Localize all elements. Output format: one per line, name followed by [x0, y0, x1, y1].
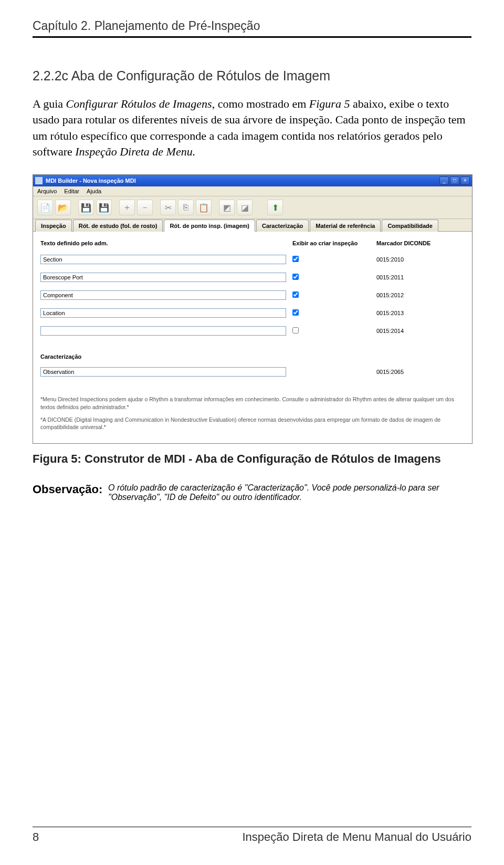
column-headers: Texto definido pelo adm. Exibir ao criar…	[40, 240, 465, 246]
diconde-4: 0015:2013	[376, 310, 465, 316]
tab-rot-ponto-insp[interactable]: Rót. de ponto insp. (imagem)	[164, 220, 255, 232]
footnote-1: *Menu Directed Inspections podem ajudar …	[40, 395, 465, 410]
col-header-text: Texto definido pelo adm.	[40, 240, 292, 246]
diconde-2: 0015:2011	[376, 274, 465, 280]
show-checkbox-4[interactable]	[292, 309, 299, 316]
col-header-diconde: Marcador DICONDE	[376, 240, 465, 246]
label-input-5[interactable]	[40, 326, 286, 336]
window-titlebar: MDI Builder - Nova inspeção MDI _ □ ×	[33, 175, 472, 186]
tab-inspecao[interactable]: Inspeção	[35, 220, 72, 232]
app-icon	[35, 177, 43, 184]
tool-icon-2[interactable]: ◪	[237, 200, 253, 215]
minimize-button[interactable]: _	[439, 176, 449, 185]
page-footer: 8 Inspeção Direta de Menu Manual do Usuá…	[33, 827, 471, 844]
tab-compatibilidade[interactable]: Compatibilidade	[382, 220, 438, 232]
label-row: 0015:2014	[40, 326, 465, 336]
close-button[interactable]: ×	[460, 176, 470, 185]
observation-label: Observação:	[33, 483, 102, 496]
observation-block: Observação: O rótulo padrão de caracteri…	[33, 482, 471, 502]
figure-caption: Figura 5: Construtor de MDI - Aba de Con…	[33, 452, 471, 466]
save-icon[interactable]: 💾	[78, 200, 94, 215]
intro-paragraph: A guia Configurar Rótulos de Imagens, co…	[33, 96, 471, 160]
observation-body: O rótulo padrão de caracterização é "Car…	[108, 483, 471, 502]
plus-icon[interactable]: ＋	[119, 200, 135, 215]
tab-material-referencia[interactable]: Material de referência	[310, 220, 381, 232]
menu-file[interactable]: Arquivo	[37, 188, 57, 194]
app-window: MDI Builder - Nova inspeção MDI _ □ × Ar…	[33, 174, 472, 444]
tool-icon-1[interactable]: ◩	[219, 200, 235, 215]
diconde-3: 0015:2012	[376, 292, 465, 298]
label-row: 0015:2013	[40, 308, 465, 318]
label-row: 0015:2012	[40, 290, 465, 300]
show-checkbox-1[interactable]	[292, 256, 299, 262]
section-heading: 2.2.2c Aba de Configuração de Rótulos de…	[33, 68, 471, 84]
toolbar: 📄 📂 💾 💾 ＋ － ✂ ⎘ 📋 ◩ ◪ ⬆	[33, 196, 472, 219]
diconde-1: 0015:2010	[376, 256, 465, 263]
para-italic-1: Configurar Rótulos de Imagens	[66, 97, 212, 110]
col-header-show: Exibir ao criar inspeção	[292, 240, 376, 246]
label-row: 0015:2011	[40, 273, 465, 282]
tab-caracterizacao[interactable]: Caracterização	[256, 220, 309, 232]
minus-icon[interactable]: －	[137, 200, 153, 215]
menu-edit[interactable]: Editar	[64, 188, 79, 194]
tab-panel: Texto definido pelo adm. Exibir ao criar…	[33, 232, 472, 443]
label-input-4[interactable]	[40, 308, 286, 318]
export-icon[interactable]: ⬆	[267, 200, 283, 215]
characterization-row: 0015:2065	[40, 367, 465, 377]
show-checkbox-5[interactable]	[292, 327, 299, 334]
characterization-heading: Caracterização	[40, 353, 465, 360]
para-italic-3: Inspeção Direta de Menu.	[75, 145, 195, 158]
window-controls: _ □ ×	[439, 176, 470, 185]
page-number: 8	[33, 830, 39, 844]
open-icon[interactable]: 📂	[55, 200, 71, 215]
label-input-1[interactable]	[40, 255, 286, 264]
chapter-rule	[33, 36, 471, 38]
cut-icon[interactable]: ✂	[160, 200, 176, 215]
para-italic-2: Figura 5	[309, 97, 350, 110]
label-input-2[interactable]	[40, 273, 286, 282]
maximize-button[interactable]: □	[450, 176, 459, 185]
doc-title-footer: Inspeção Direta de Menu Manual do Usuári…	[242, 830, 471, 844]
panel-footnotes: *Menu Directed Inspections podem ajudar …	[40, 395, 465, 431]
tab-rot-estudo[interactable]: Rót. de estudo (fol. de rosto)	[73, 220, 163, 232]
footnote-2: *A DICONDE (Digital Imaging and Communic…	[40, 416, 465, 431]
diconde-5: 0015:2014	[376, 328, 465, 334]
show-checkbox-2[interactable]	[292, 274, 299, 280]
paste-icon[interactable]: 📋	[196, 200, 212, 215]
label-row: 0015:2010	[40, 255, 465, 264]
chapter-header: Capítulo 2. Planejamento de Pré-Inspeção	[33, 19, 471, 36]
characterization-input[interactable]	[40, 367, 286, 377]
tab-strip: Inspeção Rót. de estudo (fol. de rosto) …	[33, 219, 472, 232]
characterization-diconde: 0015:2065	[376, 369, 465, 375]
para-mid: , como mostrado em	[212, 97, 309, 110]
new-icon[interactable]: 📄	[37, 200, 53, 215]
show-checkbox-3[interactable]	[292, 291, 299, 298]
label-input-3[interactable]	[40, 290, 286, 300]
menu-help[interactable]: Ajuda	[87, 188, 101, 194]
para-lead: A guia	[33, 97, 66, 110]
menu-bar: Arquivo Editar Ajuda	[33, 186, 472, 196]
window-title: MDI Builder - Nova inspeção MDI	[46, 178, 439, 184]
copy-icon[interactable]: ⎘	[178, 200, 194, 215]
save-as-icon[interactable]: 💾	[96, 200, 112, 215]
